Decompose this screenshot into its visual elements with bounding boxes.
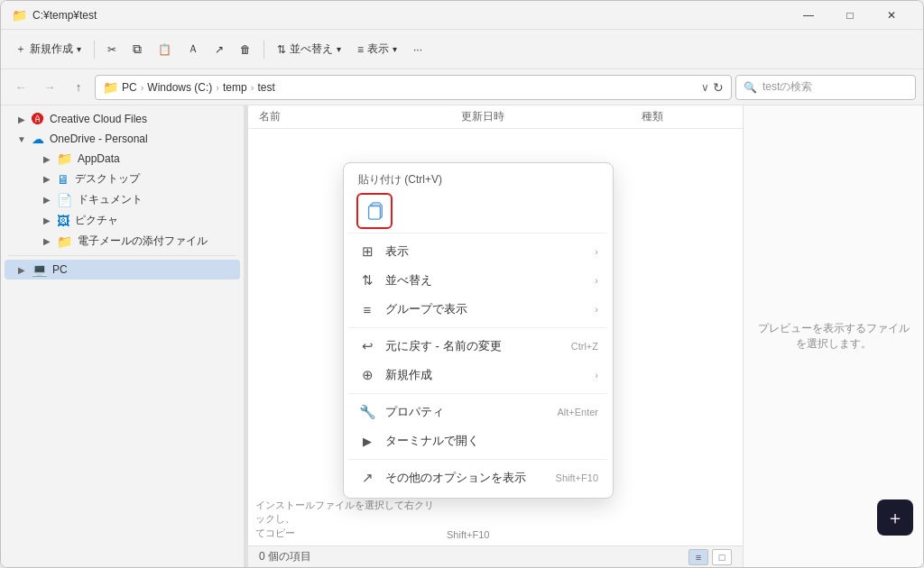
cm-item-undo[interactable]: ↩ 元に戻す - 名前の変更 Ctrl+Z: [349, 332, 607, 361]
cm-item-new[interactable]: ⊕ 新規作成 ›: [349, 361, 607, 389]
cm-item-label: その他のオプションを表示: [385, 470, 526, 486]
sort-icon: ⇅: [358, 272, 376, 289]
cm-item-label: ターミナルで開く: [385, 433, 479, 449]
view-icon: ⊞: [358, 243, 376, 260]
cm-item-view[interactable]: ⊞ 表示 ›: [349, 237, 607, 266]
arrow-icon: ›: [595, 275, 598, 286]
cm-item-label: 新規作成: [385, 367, 432, 383]
arrow-icon: ›: [595, 370, 598, 380]
cm-item-left: ⊕ 新規作成: [358, 367, 432, 383]
cm-paste-icon-btn[interactable]: [356, 193, 393, 229]
cm-separator-3: [349, 459, 607, 460]
paste-hint-label: 貼り付け (Ctrl+V): [349, 169, 607, 189]
context-menu-icon-row: [349, 189, 607, 234]
svg-rect-3: [369, 206, 381, 220]
window: 📁 C:¥temp¥test — □ ✕ ＋ 新規作成 ▾ ✂ ⧉ 📋 Ａ ↗: [0, 0, 924, 568]
properties-icon: 🔧: [358, 404, 376, 420]
cm-item-label: 元に戻す - 名前の変更: [385, 338, 502, 354]
cm-item-left: ↗ その他のオプションを表示: [358, 470, 526, 486]
cm-separator-2: [349, 393, 607, 394]
more-options-shortcut: Shift+F10: [556, 472, 598, 483]
more-options-icon: ↗: [358, 470, 376, 486]
cm-item-left: ⇅ 並べ替え: [358, 272, 432, 289]
cm-separator-1: [349, 327, 607, 328]
group-icon: ≡: [358, 302, 376, 317]
terminal-icon: ▶: [358, 435, 376, 448]
undo-icon: ↩: [358, 338, 376, 354]
context-menu: 貼り付け (Ctrl+V) ⊞ 表示: [343, 162, 614, 499]
cm-item-left: ▶ ターミナルで開く: [358, 433, 479, 449]
cm-item-left: ≡ グループで表示: [358, 301, 467, 317]
arrow-icon: ›: [595, 246, 598, 257]
new-icon: ⊕: [358, 367, 376, 383]
cm-item-label: 並べ替え: [385, 272, 432, 289]
context-menu-overlay[interactable]: 貼り付け (Ctrl+V) ⊞ 表示: [0, 0, 924, 568]
cm-item-left: ⊞ 表示: [358, 243, 409, 260]
cm-item-more-options[interactable]: ↗ その他のオプションを表示 Shift+F10: [349, 463, 607, 492]
arrow-icon: ›: [595, 304, 598, 315]
cm-item-left: ↩ 元に戻す - 名前の変更: [358, 338, 502, 354]
cm-item-label: グループで表示: [385, 301, 467, 317]
cm-item-properties[interactable]: 🔧 プロパティ Alt+Enter: [349, 398, 607, 426]
cm-item-left: 🔧 プロパティ: [358, 404, 444, 420]
properties-shortcut: Alt+Enter: [557, 407, 598, 417]
cm-item-label: 表示: [385, 243, 409, 260]
cm-item-sort[interactable]: ⇅ 並べ替え ›: [349, 266, 607, 295]
cm-item-label: プロパティ: [385, 404, 444, 420]
undo-shortcut: Ctrl+Z: [571, 341, 598, 352]
cm-item-group[interactable]: ≡ グループで表示 ›: [349, 295, 607, 324]
cm-item-terminal[interactable]: ▶ ターミナルで開く: [349, 426, 607, 455]
